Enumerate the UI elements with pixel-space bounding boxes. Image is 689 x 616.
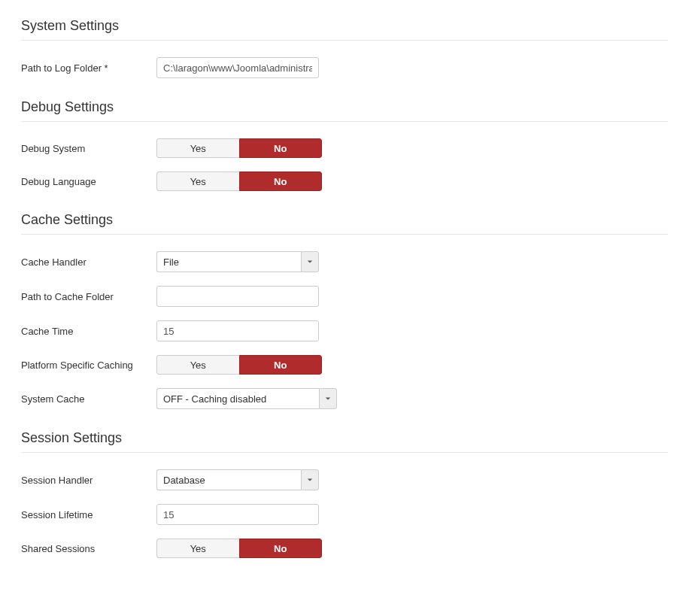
label-platform-caching: Platform Specific Caching <box>21 360 156 371</box>
row-debug-system: Debug System Yes No <box>21 138 668 158</box>
section-heading-debug: Debug Settings <box>21 99 668 122</box>
label-cache-path: Path to Cache Folder <box>21 291 156 302</box>
select-system-cache-display: OFF - Caching disabled <box>156 388 319 409</box>
input-cache-time[interactable] <box>156 320 319 341</box>
chevron-down-icon[interactable] <box>301 469 319 490</box>
label-debug-language: Debug Language <box>21 176 156 187</box>
label-path-to-log: Path to Log Folder * <box>21 62 156 74</box>
toggle-platform-caching-no[interactable]: No <box>239 355 323 375</box>
section-heading-cache: Cache Settings <box>21 212 668 235</box>
row-cache-path: Path to Cache Folder <box>21 286 668 307</box>
row-path-to-log: Path to Log Folder * <box>21 57 668 78</box>
label-system-cache: System Cache <box>21 393 156 405</box>
section-heading-session: Session Settings <box>21 430 668 453</box>
toggle-debug-language: Yes No <box>156 171 322 191</box>
toggle-debug-language-no[interactable]: No <box>239 171 323 191</box>
label-shared-sessions: Shared Sessions <box>21 543 156 554</box>
toggle-debug-language-yes[interactable]: Yes <box>156 171 239 191</box>
row-platform-caching: Platform Specific Caching Yes No <box>21 355 668 375</box>
input-path-to-log[interactable] <box>156 57 319 78</box>
select-cache-handler[interactable]: File <box>156 251 319 272</box>
label-session-lifetime: Session Lifetime <box>21 509 156 520</box>
row-cache-time: Cache Time <box>21 320 668 341</box>
toggle-shared-sessions-no[interactable]: No <box>239 539 323 558</box>
select-cache-handler-display: File <box>156 251 301 272</box>
label-cache-time: Cache Time <box>21 326 156 337</box>
toggle-debug-system-no[interactable]: No <box>239 138 323 158</box>
row-session-handler: Session Handler Database <box>21 469 668 490</box>
input-session-lifetime[interactable] <box>156 504 319 525</box>
chevron-down-icon[interactable] <box>319 388 337 409</box>
toggle-platform-caching-yes[interactable]: Yes <box>156 355 239 375</box>
input-cache-path[interactable] <box>156 286 319 307</box>
select-session-handler-display: Database <box>156 469 301 490</box>
row-debug-language: Debug Language Yes No <box>21 171 668 191</box>
toggle-shared-sessions: Yes No <box>156 539 322 558</box>
chevron-down-icon[interactable] <box>301 251 319 272</box>
row-shared-sessions: Shared Sessions Yes No <box>21 539 668 558</box>
row-session-lifetime: Session Lifetime <box>21 504 668 525</box>
row-cache-handler: Cache Handler File <box>21 251 668 272</box>
section-heading-system: System Settings <box>21 18 668 41</box>
label-debug-system: Debug System <box>21 143 156 154</box>
toggle-shared-sessions-yes[interactable]: Yes <box>156 539 239 558</box>
select-session-handler[interactable]: Database <box>156 469 319 490</box>
toggle-debug-system: Yes No <box>156 138 322 158</box>
select-system-cache[interactable]: OFF - Caching disabled <box>156 388 337 409</box>
label-session-handler: Session Handler <box>21 475 156 486</box>
label-cache-handler: Cache Handler <box>21 256 156 268</box>
row-system-cache: System Cache OFF - Caching disabled <box>21 388 668 409</box>
toggle-platform-caching: Yes No <box>156 355 322 375</box>
toggle-debug-system-yes[interactable]: Yes <box>156 138 239 158</box>
